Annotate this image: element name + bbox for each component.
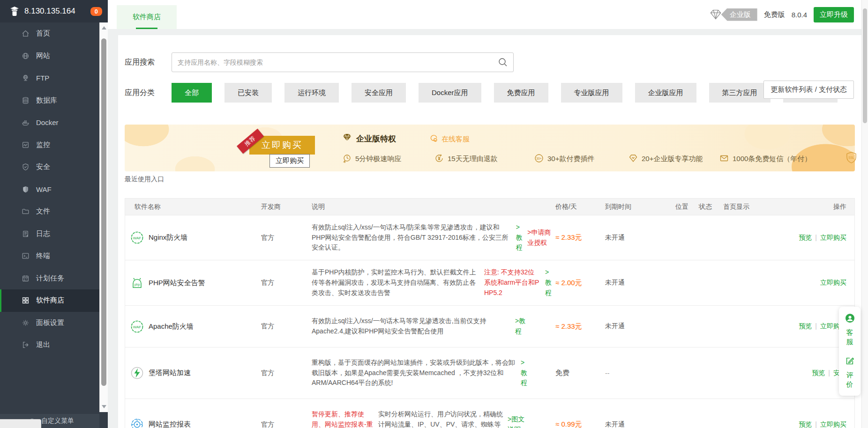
sidebar-item-label: 监控 — [36, 140, 50, 149]
app-name[interactable]: 堡塔网站加速 — [149, 369, 191, 377]
page-scrollbar-thumb[interactable] — [863, 8, 867, 123]
illustrated-guide-link[interactable]: >图文说明 — [508, 414, 528, 428]
category-security-app[interactable]: 安全应用 — [352, 83, 406, 103]
preview-link[interactable]: 预览 — [812, 369, 825, 376]
envelope-icon — [719, 154, 729, 164]
app-name[interactable]: Apache防火墙 — [149, 322, 194, 331]
monitor-chart-icon — [22, 141, 30, 149]
sidebar-item-database[interactable]: 数据库 — [0, 89, 99, 112]
buy-link[interactable]: 立即购买 — [820, 279, 846, 286]
action-separator: | — [815, 234, 817, 241]
message-count-badge[interactable]: 0 — [90, 7, 102, 16]
category-pro-app[interactable]: 专业版应用 — [561, 83, 622, 103]
search-input[interactable] — [172, 52, 514, 72]
sidebar-item-home[interactable]: 首页 — [0, 22, 99, 45]
preview-link[interactable]: 预览 — [799, 234, 812, 241]
server-header[interactable]: 8.130.135.164 0 — [0, 0, 108, 22]
sidebar-item-ftp[interactable]: FTP — [0, 67, 99, 89]
scroll-up-icon[interactable] — [102, 26, 106, 30]
sidebar-item-settings[interactable]: 面板设置 — [0, 312, 99, 334]
speed-lightning-icon — [131, 367, 143, 379]
server-ip: 8.130.135.164 — [24, 7, 90, 16]
customer-service-button[interactable]: 客服 — [845, 313, 855, 347]
sidebar-item-label: FTP — [36, 74, 49, 82]
category-docker-app[interactable]: Docker应用 — [419, 83, 481, 103]
online-service-link[interactable]: 在线客服 — [429, 134, 470, 144]
update-software-list-button[interactable]: 更新软件列表 / 支付状态 — [763, 81, 854, 99]
gold-diamond-icon — [342, 133, 352, 144]
sidebar-item-website[interactable]: 网站 — [0, 45, 99, 67]
log-file-icon — [22, 230, 30, 238]
service-avatar-icon — [845, 313, 855, 325]
buy-now-label: 立即购买 — [262, 139, 303, 151]
sidebar-item-security[interactable]: 安全 — [0, 156, 99, 178]
feature-sms: 1000条免费短信（年付） — [719, 154, 811, 164]
app-developer: 官方 — [261, 279, 312, 287]
buy-now-button[interactable]: 立即购买 推荐 — [249, 136, 315, 155]
tab-appstore[interactable]: 软件商店 — [117, 5, 177, 29]
sidebar-item-monitor[interactable]: 监控 — [0, 134, 99, 156]
expire-status: 未开通 — [605, 279, 675, 287]
col-software-name: 软件名称 — [125, 203, 261, 211]
sidebar-item-waf[interactable]: WAF — [0, 178, 99, 201]
sidebar-item-label: 终端 — [36, 251, 50, 260]
sidebar-item-logs[interactable]: 日志 — [0, 223, 99, 245]
commercial-license-link[interactable]: >申请商业授权 — [527, 228, 553, 248]
page-scrollbar[interactable] — [861, 0, 868, 428]
preview-link[interactable]: 预览 — [799, 322, 812, 330]
sidebar-item-cron[interactable]: 计划任务 — [0, 267, 99, 290]
expire-status: 未开通 — [605, 322, 675, 331]
globe-icon — [22, 52, 30, 60]
svg-text:WAF: WAF — [133, 325, 142, 329]
col-location: 位置 — [675, 203, 699, 211]
sidebar-scrollbar-thumb[interactable] — [101, 38, 106, 386]
category-thirdparty-app[interactable]: 第三方应用 — [709, 83, 771, 103]
sidebar-item-files[interactable]: 文件 — [0, 200, 99, 223]
category-installed[interactable]: 已安装 — [224, 83, 272, 103]
sidebar-item-terminal[interactable]: 终端 — [0, 245, 99, 267]
link-preview-tooltip — [0, 419, 41, 428]
category-enterprise-app[interactable]: 企业版应用 — [635, 83, 696, 103]
gear-icon — [22, 319, 30, 327]
content-area: 应用搜索 应用分类 全部 已安装 运行环境 安全应用 — [108, 29, 868, 428]
preview-link[interactable]: 预览 — [799, 421, 812, 428]
category-buttons: 全部 已安装 运行环境 安全应用 Docker应用 免费应用 专业版应用 企业版… — [172, 83, 838, 103]
tutorial-link[interactable]: >教程 — [521, 358, 528, 388]
price-per-day: 免费 — [555, 369, 605, 377]
review-button[interactable]: 评价 — [845, 356, 854, 390]
feature-response: 5分钟极速响应 — [342, 154, 401, 164]
warning-note: 注意: 不支持32位系统和arm平台和PHP5.2 — [484, 267, 540, 298]
tutorial-link[interactable]: >教程 — [516, 222, 523, 253]
buy-link[interactable]: 立即购买 — [820, 234, 846, 241]
app-description: 实时分析网站运行、用户访问状况，精确统计网站流量、IP、UV、PV、请求、蜘蛛等… — [378, 409, 503, 428]
diamond-icon — [710, 9, 722, 20]
search-icon[interactable] — [498, 57, 508, 69]
chat-icon — [429, 134, 438, 144]
category-runtime[interactable]: 运行环境 — [284, 83, 339, 103]
col-developer: 开发商 — [261, 203, 312, 211]
sidebar-item-label: 面板设置 — [36, 318, 64, 327]
sidebar-item-label: 计划任务 — [36, 274, 64, 283]
sidebar-item-logout[interactable]: 退出 — [0, 334, 99, 356]
category-free-app[interactable]: 免费应用 — [494, 83, 548, 103]
sidebar-item-docker[interactable]: Docker — [0, 111, 99, 134]
app-name[interactable]: PHP网站安全告警 — [149, 279, 205, 288]
floating-widget: 客服 评价 — [839, 307, 861, 396]
buy-link[interactable]: 立即购买 — [820, 421, 846, 428]
scroll-down-icon[interactable] — [102, 405, 106, 408]
edition-badge[interactable]: 企业版 — [721, 8, 757, 21]
sidebar-scrollbar[interactable] — [99, 22, 108, 412]
category-label: 应用分类 — [125, 88, 172, 98]
tutorial-link[interactable]: >教程 — [545, 267, 552, 298]
tutorial-link[interactable]: >教程 — [515, 316, 528, 336]
svg-text:php: php — [135, 283, 140, 287]
app-name[interactable]: 网站监控报表 — [149, 420, 191, 428]
app-name[interactable]: Nginx防火墙 — [149, 233, 187, 242]
sidebar-item-appstore[interactable]: 软件商店 — [0, 289, 99, 312]
buy-now-tooltip: 立即购买 — [269, 154, 310, 168]
upgrade-button[interactable]: 立即升级 — [814, 7, 854, 22]
app-description: 基于PHP内核防护，实时监控木马行为、默认拦截文件上传等各种漏洞攻击，发现木马支… — [312, 267, 479, 298]
category-all[interactable]: 全部 — [172, 83, 212, 103]
app-developer: 官方 — [261, 322, 312, 331]
col-description: 说明 — [312, 203, 555, 211]
